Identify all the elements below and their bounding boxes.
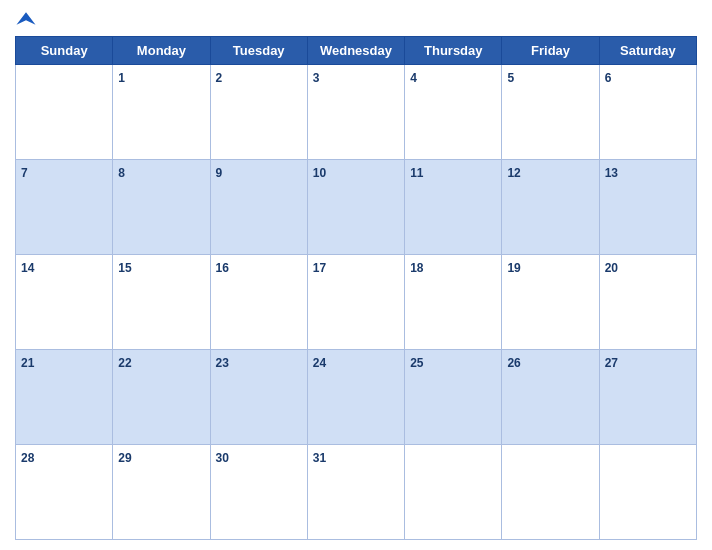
day-number: 8 <box>118 166 125 180</box>
day-number: 19 <box>507 261 520 275</box>
calendar-day-cell: 31 <box>307 445 404 540</box>
calendar-day-cell: 28 <box>16 445 113 540</box>
day-number: 24 <box>313 356 326 370</box>
calendar-day-cell: 25 <box>405 350 502 445</box>
day-number: 2 <box>216 71 223 85</box>
day-number: 15 <box>118 261 131 275</box>
calendar-day-cell: 9 <box>210 160 307 255</box>
calendar-day-cell <box>16 65 113 160</box>
day-number: 11 <box>410 166 423 180</box>
day-number: 10 <box>313 166 326 180</box>
calendar-day-cell: 10 <box>307 160 404 255</box>
calendar-day-cell <box>405 445 502 540</box>
weekday-header-row: SundayMondayTuesdayWednesdayThursdayFrid… <box>16 37 697 65</box>
page-header <box>15 10 697 32</box>
svg-marker-0 <box>16 12 35 24</box>
day-number: 23 <box>216 356 229 370</box>
calendar-day-cell: 13 <box>599 160 696 255</box>
calendar-day-cell: 20 <box>599 255 696 350</box>
day-number: 3 <box>313 71 320 85</box>
calendar-day-cell: 11 <box>405 160 502 255</box>
day-number: 16 <box>216 261 229 275</box>
calendar-day-cell <box>502 445 599 540</box>
weekday-header-cell: Monday <box>113 37 210 65</box>
day-number: 1 <box>118 71 125 85</box>
calendar-day-cell: 19 <box>502 255 599 350</box>
calendar-day-cell: 8 <box>113 160 210 255</box>
calendar-week-row: 78910111213 <box>16 160 697 255</box>
calendar-day-cell: 18 <box>405 255 502 350</box>
day-number: 17 <box>313 261 326 275</box>
day-number: 6 <box>605 71 612 85</box>
calendar-day-cell: 29 <box>113 445 210 540</box>
calendar-day-cell: 1 <box>113 65 210 160</box>
day-number: 21 <box>21 356 34 370</box>
day-number: 4 <box>410 71 417 85</box>
calendar-day-cell: 27 <box>599 350 696 445</box>
calendar-table: SundayMondayTuesdayWednesdayThursdayFrid… <box>15 36 697 540</box>
calendar-day-cell: 15 <box>113 255 210 350</box>
day-number: 9 <box>216 166 223 180</box>
calendar-day-cell: 5 <box>502 65 599 160</box>
logo <box>15 10 41 32</box>
calendar-week-row: 28293031 <box>16 445 697 540</box>
day-number: 28 <box>21 451 34 465</box>
calendar-day-cell: 17 <box>307 255 404 350</box>
weekday-header-cell: Tuesday <box>210 37 307 65</box>
day-number: 30 <box>216 451 229 465</box>
calendar-day-cell: 4 <box>405 65 502 160</box>
calendar-day-cell: 21 <box>16 350 113 445</box>
calendar-day-cell: 22 <box>113 350 210 445</box>
calendar-day-cell: 12 <box>502 160 599 255</box>
calendar-week-row: 21222324252627 <box>16 350 697 445</box>
day-number: 20 <box>605 261 618 275</box>
day-number: 26 <box>507 356 520 370</box>
day-number: 5 <box>507 71 514 85</box>
day-number: 29 <box>118 451 131 465</box>
day-number: 12 <box>507 166 520 180</box>
calendar-week-row: 14151617181920 <box>16 255 697 350</box>
day-number: 14 <box>21 261 34 275</box>
day-number: 13 <box>605 166 618 180</box>
weekday-header-cell: Sunday <box>16 37 113 65</box>
calendar-day-cell: 23 <box>210 350 307 445</box>
calendar-week-row: 123456 <box>16 65 697 160</box>
weekday-header-cell: Wednesday <box>307 37 404 65</box>
calendar-day-cell <box>599 445 696 540</box>
calendar-body: 1234567891011121314151617181920212223242… <box>16 65 697 540</box>
calendar-day-cell: 24 <box>307 350 404 445</box>
day-number: 25 <box>410 356 423 370</box>
weekday-header-cell: Thursday <box>405 37 502 65</box>
calendar-day-cell: 30 <box>210 445 307 540</box>
day-number: 27 <box>605 356 618 370</box>
logo-bird-icon <box>15 10 37 32</box>
calendar-day-cell: 14 <box>16 255 113 350</box>
weekday-header-cell: Saturday <box>599 37 696 65</box>
day-number: 31 <box>313 451 326 465</box>
calendar-day-cell: 16 <box>210 255 307 350</box>
day-number: 22 <box>118 356 131 370</box>
calendar-day-cell: 26 <box>502 350 599 445</box>
calendar-day-cell: 7 <box>16 160 113 255</box>
calendar-day-cell: 6 <box>599 65 696 160</box>
day-number: 7 <box>21 166 28 180</box>
weekday-header-cell: Friday <box>502 37 599 65</box>
day-number: 18 <box>410 261 423 275</box>
calendar-day-cell: 3 <box>307 65 404 160</box>
calendar-day-cell: 2 <box>210 65 307 160</box>
